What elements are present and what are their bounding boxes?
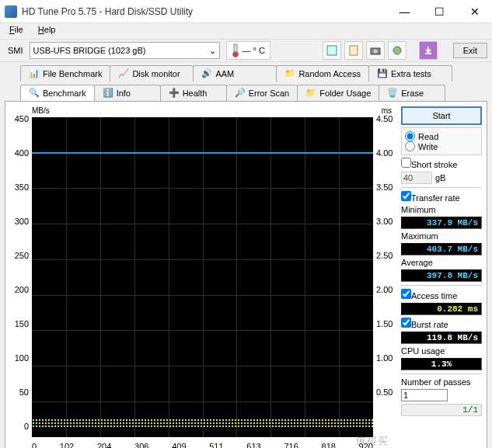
chart-area: MB/s ms 450400350300250200150100500 4.50… [10, 106, 396, 448]
clipboard-icon [348, 45, 359, 56]
health-icon: ➕ [169, 88, 180, 99]
chevron-down-icon: ⌄ [209, 46, 216, 56]
burst-rate-value: 119.8 MB/s [401, 332, 482, 344]
benchmark-plot [32, 117, 373, 437]
tab-erase[interactable]: 🗑️Erase [379, 85, 445, 101]
mode-panel: Read Write [401, 127, 482, 155]
erase-icon: 🗑️ [387, 88, 398, 99]
x-ticks: 0102204306409511613716818920 [32, 442, 373, 448]
app-icon [5, 5, 17, 18]
short-stroke-checkbox[interactable]: Short stroke [401, 158, 482, 169]
cpu-usage-value: 1.3% [401, 358, 482, 370]
title-bar: HD Tune Pro 5.75 - Hard Disk/SSD Utility… [0, 0, 492, 23]
temperature-value: — ° C [243, 46, 265, 55]
svg-point-1 [232, 52, 238, 57]
maximum-value: 403.7 MB/s [401, 243, 482, 255]
minimum-label: Minimum [401, 205, 482, 214]
scan-icon: 🔎 [235, 88, 246, 99]
drive-select[interactable]: USB-UFS BRIDGE (1023 gB) ⌄ [30, 42, 220, 59]
screenshot-button[interactable] [366, 41, 385, 60]
maximum-label: Maximum [401, 231, 482, 241]
monitor-icon: 📈 [118, 68, 129, 79]
temperature-display: — ° C [226, 41, 270, 60]
tab-random-access[interactable]: 📁Random Access [276, 65, 368, 82]
random-icon: 📁 [284, 68, 295, 79]
speaker-icon: 🔊 [201, 68, 212, 79]
minimum-value: 337.9 MB/s [401, 217, 482, 229]
extra-icon: 💾 [377, 68, 388, 79]
exit-button[interactable]: Exit [453, 43, 487, 58]
tab-aam[interactable]: 🔊AAM [193, 65, 277, 82]
passes-count: 1/1 [401, 404, 482, 416]
access-time-checkbox[interactable]: Access time [401, 289, 482, 300]
menu-help[interactable]: Help [32, 23, 62, 36]
menu-bar: File Help [0, 23, 492, 39]
side-panel: Start Read Write Short stroke gB Transfe… [396, 106, 482, 448]
benchmark-icon: 🔍 [29, 88, 40, 99]
svg-rect-2 [327, 46, 337, 55]
info-icon: ℹ️ [103, 88, 113, 99]
menu-file[interactable]: File [3, 23, 30, 36]
y-ticks-left: 450400350300250200150100500 [10, 114, 29, 448]
tab-file-benchmark[interactable]: 📊File Benchmark [20, 65, 110, 82]
content-panel: MB/s ms 450400350300250200150100500 4.50… [5, 101, 487, 448]
svg-rect-3 [350, 46, 358, 55]
file-bench-icon: 📊 [29, 68, 40, 79]
average-label: Average [401, 258, 482, 267]
short-stroke-input[interactable] [401, 172, 432, 184]
passes-input[interactable] [401, 389, 448, 401]
options-button[interactable] [388, 41, 407, 60]
access-time-value: 0.282 ms [401, 303, 482, 315]
short-stroke-unit: gB [435, 173, 445, 182]
tab-benchmark[interactable]: 🔍Benchmark [20, 85, 95, 101]
minimize-button[interactable]: — [387, 0, 422, 23]
transfer-rate-checkbox[interactable]: Transfer rate [401, 191, 482, 203]
start-button[interactable]: Start [401, 106, 482, 125]
camera-icon [370, 45, 381, 56]
download-icon [423, 45, 434, 56]
folder-icon: 📁 [305, 88, 316, 99]
toolbar: SMI USB-UFS BRIDGE (1023 gB) ⌄ — ° C Exi… [0, 39, 492, 62]
tab-disk-monitor[interactable]: 📈Disk monitor [110, 65, 194, 82]
passes-label: Number of passes [401, 377, 482, 387]
info-page-icon [326, 45, 337, 56]
tab-extra-tests[interactable]: 💾Extra tests [368, 65, 452, 82]
cpu-usage-label: CPU usage [401, 346, 482, 356]
maximize-button[interactable]: ☐ [422, 0, 457, 23]
window-title: HD Tune Pro 5.75 - Hard Disk/SSD Utility [22, 6, 387, 17]
svg-point-5 [373, 50, 377, 54]
close-button[interactable]: ✕ [457, 0, 492, 23]
tab-error-scan[interactable]: 🔎Error Scan [226, 85, 298, 101]
write-radio[interactable]: Write [405, 141, 478, 151]
transfer-rate-line [32, 152, 373, 154]
y-ticks-right: 4.504.003.503.002.502.001.501.000.50 [376, 114, 396, 448]
burst-rate-checkbox[interactable]: Burst rate [401, 318, 482, 329]
y-axis-left-label: MB/s [32, 106, 50, 115]
copy-screenshot-button[interactable] [344, 41, 363, 60]
save-button[interactable] [419, 41, 438, 60]
svg-point-6 [393, 47, 401, 54]
gear-icon [392, 45, 403, 56]
tab-health[interactable]: ➕Health [160, 85, 227, 101]
access-time-scatter [32, 418, 373, 428]
drive-selected-text: USB-UFS BRIDGE (1023 gB) [33, 46, 146, 55]
svg-rect-0 [234, 44, 237, 52]
average-value: 397.8 MB/s [401, 269, 482, 282]
thermometer-icon [232, 43, 239, 57]
tab-folder-usage[interactable]: 📁Folder Usage [297, 85, 379, 101]
tabs-row-bottom: 🔍Benchmark ℹ️Info ➕Health 🔎Error Scan 📁F… [0, 82, 492, 101]
copy-info-button[interactable] [323, 41, 341, 60]
tab-info[interactable]: ℹ️Info [94, 85, 161, 101]
tabs-row-top: 📊File Benchmark 📈Disk monitor 🔊AAM 📁Rand… [0, 62, 492, 82]
read-radio[interactable]: Read [405, 131, 478, 141]
drive-vendor: SMI [5, 44, 26, 57]
